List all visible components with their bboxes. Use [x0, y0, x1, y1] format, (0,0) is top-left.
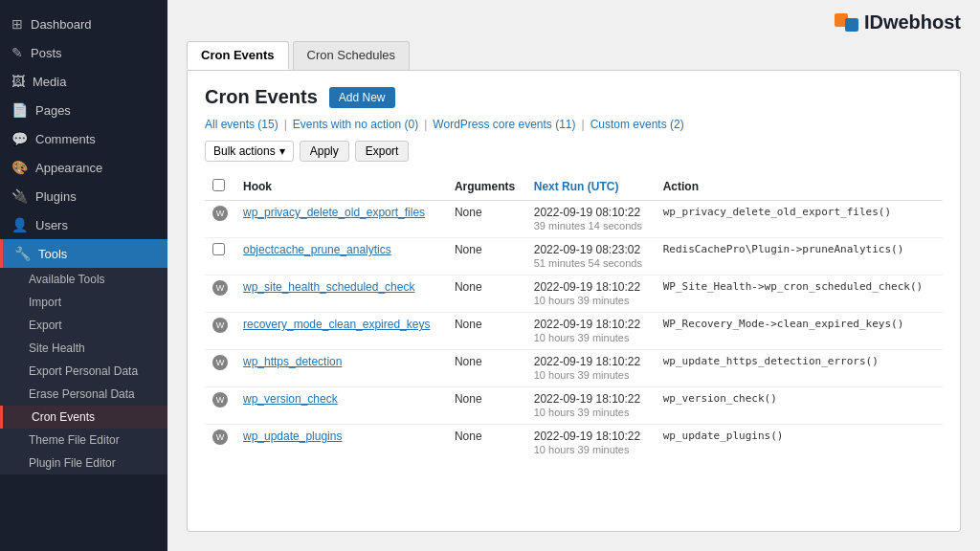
- sidebar-item-users[interactable]: 👤 Users: [0, 210, 167, 239]
- sidebar-sub-item-theme-file-editor[interactable]: Theme File Editor: [0, 429, 167, 452]
- arguments-cell: None: [447, 387, 526, 425]
- wp-icon: W: [212, 392, 228, 408]
- appearance-icon: 🎨: [11, 160, 28, 175]
- col-arguments: Arguments: [447, 173, 526, 201]
- export-button[interactable]: Export: [355, 141, 410, 162]
- action-cell: wp_version_check(): [656, 387, 943, 425]
- bulk-actions-label: Bulk actions: [213, 144, 276, 158]
- sidebar-item-dashboard[interactable]: ⊞ Dashboard: [0, 10, 167, 38]
- table-row: Wwp_version_checkNone2022-09-19 18:10:22…: [205, 387, 943, 425]
- arguments-cell: None: [447, 238, 526, 276]
- main-header: IDwebhost: [167, 0, 980, 33]
- next-run-time: 2022-09-19 18:10:22: [534, 392, 640, 406]
- next-run-time: 2022-09-19 08:10:22: [534, 206, 640, 219]
- next-run-time: 2022-09-19 18:10:22: [534, 430, 640, 443]
- sidebar-item-label: Comments: [35, 132, 96, 146]
- next-run-cell: 2022-09-19 18:10:2210 hours 39 minutes: [526, 425, 656, 462]
- filter-no-action[interactable]: Events with no action (0): [293, 118, 418, 131]
- action-cell: WP_Site_Health->wp_cron_scheduled_check(…: [656, 276, 943, 313]
- sidebar-item-label: Dashboard: [31, 17, 92, 32]
- next-run-cell: 2022-09-19 08:10:2239 minutes 14 seconds: [526, 201, 656, 238]
- cron-events-table: Hook Arguments Next Run (UTC) Action Wwp…: [205, 173, 943, 461]
- posts-icon: ✎: [11, 45, 23, 60]
- next-run-relative: 10 hours 39 minutes: [534, 407, 630, 418]
- sidebar-item-label: Pages: [35, 103, 71, 118]
- table-row: Wwp_site_health_scheduled_checkNone2022-…: [205, 276, 943, 313]
- plugins-icon: 🔌: [11, 188, 28, 204]
- hook-link[interactable]: wp_update_plugins: [243, 430, 342, 443]
- sidebar-item-media[interactable]: 🖼 Media: [0, 67, 167, 96]
- sidebar-sub-item-plugin-file-editor[interactable]: Plugin File Editor: [0, 452, 167, 474]
- next-run-relative: 10 hours 39 minutes: [534, 444, 630, 455]
- table-row: Wwp_https_detectionNone2022-09-19 18:10:…: [205, 350, 943, 387]
- next-run-relative: 10 hours 39 minutes: [534, 295, 630, 306]
- action-cell: WP_Recovery_Mode->clean_expired_keys(): [656, 313, 943, 350]
- next-run-time: 2022-09-19 18:10:22: [534, 280, 640, 294]
- comments-icon: 💬: [11, 131, 28, 146]
- sidebar-sub-item-erase-personal-data[interactable]: Erase Personal Data: [0, 383, 167, 406]
- sidebar-sub-item-site-health[interactable]: Site Health: [0, 337, 167, 360]
- sidebar-sub-item-available-tools[interactable]: Available Tools: [0, 268, 167, 291]
- hook-link[interactable]: wp_version_check: [243, 392, 338, 406]
- sidebar-item-posts[interactable]: ✎ Posts: [0, 38, 167, 67]
- filter-all-events[interactable]: All events (15): [205, 118, 278, 131]
- next-run-cell: 2022-09-19 08:23:0251 minutes 54 seconds: [526, 238, 656, 276]
- tabs-bar: Cron Events Cron Schedules: [167, 41, 980, 70]
- wp-icon: W: [212, 355, 228, 370]
- table-row: Wrecovery_mode_clean_expired_keysNone202…: [205, 313, 943, 350]
- table-row: objectcache_prune_analyticsNone2022-09-1…: [205, 238, 943, 276]
- row-checkbox[interactable]: [212, 243, 225, 255]
- arguments-cell: None: [447, 350, 526, 387]
- next-run-time: 2022-09-19 18:10:22: [534, 318, 640, 331]
- sidebar-item-pages[interactable]: 📄 Pages: [0, 96, 167, 124]
- col-checkbox: [205, 173, 235, 201]
- hook-link[interactable]: wp_site_health_scheduled_check: [243, 280, 414, 294]
- sidebar-item-comments[interactable]: 💬 Comments: [0, 124, 167, 153]
- tools-icon: 🔧: [14, 246, 31, 261]
- add-new-button[interactable]: Add New: [329, 87, 395, 108]
- sidebar-sub-item-cron-events[interactable]: Cron Events: [0, 406, 167, 429]
- action-cell: RedisCachePro\Plugin->pruneAnalytics(): [656, 238, 943, 276]
- next-run-relative: 51 minutes 54 seconds: [534, 257, 642, 269]
- sidebar-sub-item-export-personal-data[interactable]: Export Personal Data: [0, 360, 167, 383]
- select-all-checkbox[interactable]: [212, 179, 225, 191]
- sidebar-sub-item-export[interactable]: Export: [0, 314, 167, 337]
- hook-link[interactable]: recovery_mode_clean_expired_keys: [243, 318, 430, 331]
- tab-cron-schedules[interactable]: Cron Schedules: [293, 41, 411, 70]
- hook-link[interactable]: wp_https_detection: [243, 355, 342, 368]
- sidebar-item-label: Appearance: [35, 161, 102, 175]
- tools-submenu: Available Tools Import Export Site Healt…: [0, 268, 167, 474]
- actions-row: Bulk actions ▾ Apply Export: [205, 141, 943, 162]
- sidebar-item-label: Users: [35, 218, 68, 232]
- sidebar-item-label: Posts: [31, 46, 62, 60]
- wp-icon: W: [212, 430, 228, 445]
- sidebar-sub-item-import[interactable]: Import: [0, 291, 167, 314]
- col-next-run: Next Run (UTC): [526, 173, 656, 201]
- page-title-row: Cron Events Add New: [205, 86, 943, 108]
- action-cell: wp_update_plugins(): [656, 425, 943, 462]
- apply-button[interactable]: Apply: [300, 141, 349, 162]
- col-hook: Hook: [235, 173, 447, 201]
- next-run-cell: 2022-09-19 18:10:2210 hours 39 minutes: [526, 387, 656, 425]
- next-run-relative: 10 hours 39 minutes: [534, 332, 630, 343]
- hook-link[interactable]: objectcache_prune_analytics: [243, 243, 391, 256]
- wp-icon: W: [212, 318, 228, 333]
- sidebar-item-tools[interactable]: 🔧 Tools: [0, 239, 167, 268]
- filter-custom[interactable]: Custom events (2): [590, 118, 684, 131]
- media-icon: 🖼: [11, 74, 25, 89]
- arguments-cell: None: [447, 276, 526, 313]
- tab-cron-events[interactable]: Cron Events: [187, 41, 289, 70]
- sidebar-item-appearance[interactable]: 🎨 Appearance: [0, 153, 167, 182]
- table-header-row: Hook Arguments Next Run (UTC) Action: [205, 173, 943, 201]
- bulk-actions-select[interactable]: Bulk actions ▾: [205, 141, 294, 162]
- sidebar-item-label: Media: [33, 75, 66, 89]
- main-content: IDwebhost Cron Events Cron Schedules Cro…: [167, 0, 980, 551]
- arguments-cell: None: [447, 313, 526, 350]
- sidebar-item-plugins[interactable]: 🔌 Plugins: [0, 182, 167, 210]
- logo-blue-square: [845, 18, 858, 32]
- page-title: Cron Events: [205, 86, 318, 108]
- next-run-relative: 39 minutes 14 seconds: [534, 220, 642, 231]
- users-icon: 👤: [11, 217, 28, 232]
- hook-link[interactable]: wp_privacy_delete_old_export_files: [243, 206, 425, 219]
- filter-wp-core[interactable]: WordPress core events (11): [433, 118, 575, 131]
